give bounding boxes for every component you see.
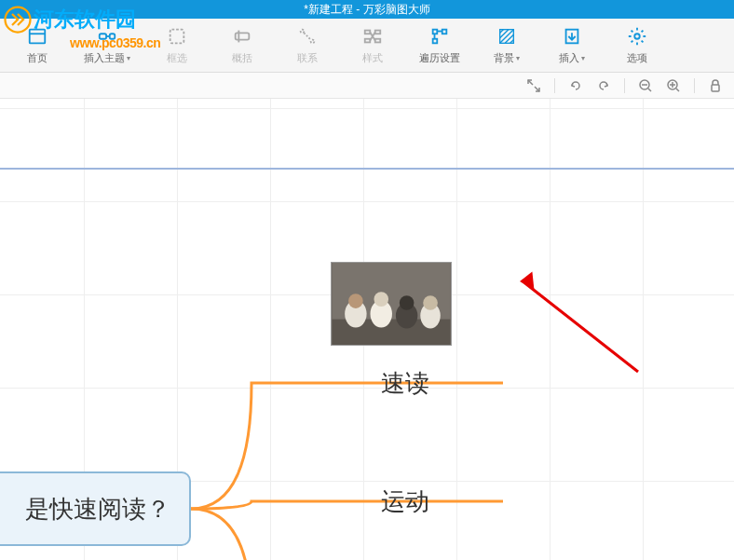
fit-screen-icon[interactable] [526,78,541,93]
chevron-down-icon: ▾ [581,54,585,62]
background-icon [496,25,518,48]
relation-button[interactable]: 联系 [289,25,326,65]
lock-icon[interactable] [708,78,723,93]
svg-rect-12 [365,39,371,43]
svg-rect-7 [236,33,250,39]
child-node-text: 速读 [381,369,429,397]
watermark-logo: 河东软件园 [0,0,140,39]
redo-icon[interactable] [596,78,611,93]
tool-label: 样式 [362,51,383,65]
mindmap-child-node[interactable]: 运动 [331,485,480,518]
insert-button[interactable]: 插入▾ [553,25,591,65]
logo-icon [4,6,32,34]
svg-rect-17 [433,30,438,34]
svg-rect-18 [433,39,438,44]
svg-line-34 [648,89,651,91]
style-button[interactable]: 样式 [354,25,391,65]
undo-icon[interactable] [568,78,583,93]
traverse-icon [428,25,451,48]
child-node-text: 运动 [381,487,429,515]
tool-label: 概括 [232,51,252,65]
frame-icon [166,25,188,48]
root-node-text: 是快速阅读？ [25,493,170,526]
gear-icon [626,25,648,48]
sub-toolbar [0,73,734,99]
svg-point-10 [311,40,315,44]
svg-marker-43 [520,272,541,294]
svg-rect-19 [442,30,447,34]
svg-rect-6 [170,30,184,44]
svg-point-51 [400,295,415,310]
separator [554,78,555,93]
summary-icon [231,25,253,48]
mindmap-canvas[interactable]: 是快速阅读？ 速读 运动 眼球运动 [0,99,734,560]
zoom-out-icon[interactable] [638,78,653,93]
options-button[interactable]: 选项 [618,25,656,65]
svg-rect-14 [375,39,381,43]
watermark-text: 河东软件园 [34,6,136,34]
svg-point-49 [374,292,388,307]
tool-label: 框选 [167,51,187,65]
svg-line-37 [676,89,679,91]
mindmap-child-node[interactable]: 速读 [331,367,480,400]
tool-label: 背景▾ [494,51,520,65]
svg-point-9 [301,30,305,34]
traverse-settings-button[interactable]: 遍历设置 [419,25,460,65]
svg-point-30 [634,34,640,39]
tool-label: 首页 [27,51,48,65]
svg-rect-11 [365,31,371,34]
svg-point-47 [348,294,363,308]
style-icon [361,25,384,48]
background-button[interactable]: 背景▾ [488,25,525,65]
tool-label: 选项 [627,51,647,65]
tool-label: 遍历设置 [419,51,460,65]
chevron-down-icon: ▾ [127,54,130,62]
svg-rect-13 [375,31,381,34]
watermark-url: www.pc0359.cn [70,35,160,50]
svg-point-53 [423,295,438,310]
svg-line-42 [522,280,638,372]
frame-select-button[interactable]: 框选 [158,25,196,65]
tool-label: 联系 [297,51,318,65]
svg-rect-40 [712,85,719,91]
inserted-image[interactable] [331,262,452,346]
tool-label: 插入主题▾ [84,51,130,65]
separator [694,78,695,93]
chevron-down-icon: ▾ [516,54,520,62]
summary-button[interactable]: 概括 [224,25,261,65]
zoom-in-icon[interactable] [666,78,681,93]
mindmap-root-node[interactable]: 是快速阅读？ [0,471,191,546]
tool-label: 插入▾ [559,51,585,65]
separator [624,78,625,93]
insert-icon [561,25,583,48]
relation-icon [296,25,319,48]
